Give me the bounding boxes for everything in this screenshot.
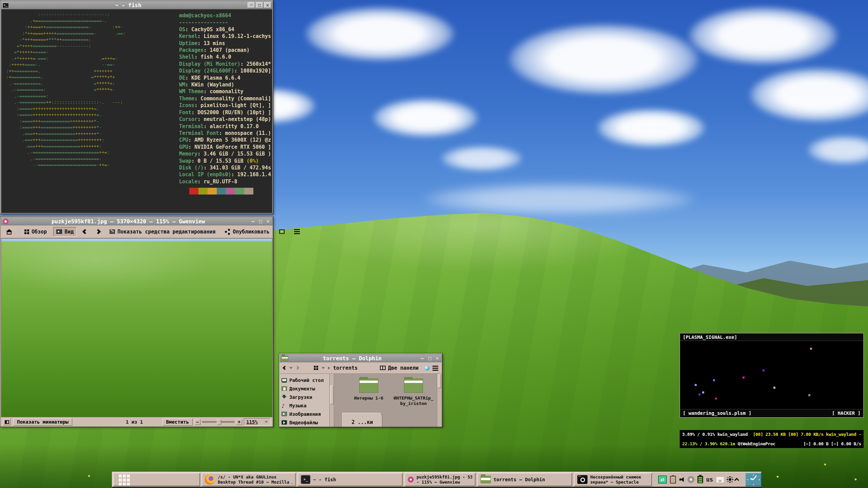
file-item[interactable]: Интерны 1-6: [346, 377, 391, 401]
breadcrumb[interactable]: torrents: [333, 365, 358, 371]
image-icon: [56, 229, 62, 234]
maximize-button[interactable]: □: [256, 2, 263, 8]
close-button[interactable]: ✕: [264, 2, 271, 8]
network-icon[interactable]: [716, 476, 724, 483]
minimize-button[interactable]: –: [419, 355, 426, 361]
app-launcher-button[interactable]: [113, 473, 200, 486]
place-item[interactable]: Музыка: [282, 401, 329, 410]
zoom-slider-handle[interactable]: [217, 419, 221, 425]
gwenview-window: puzkje595kf81.jpg – 5370×4320 – 115% — G…: [0, 216, 273, 427]
place-item[interactable]: Видеофайлы: [282, 418, 329, 427]
maximize-button[interactable]: □: [426, 355, 433, 361]
fetch-entries: OS: CachyOS x86_64Kernel: Linux 6.19.12-…: [179, 26, 272, 185]
ascii-art-line: .===+++==============+++++++:: [6, 143, 126, 150]
sidebar-toggle-button[interactable]: [3, 419, 11, 425]
previous-image-button[interactable]: [80, 228, 90, 235]
fetch-host: mdm@cachyos-x8664: [179, 12, 272, 19]
terminal-titlebar[interactable]: ~ - fish ─ □ ✕: [1, 1, 272, 9]
fullscreen-icon: [279, 229, 285, 234]
ascii-art-line: --------------------------:: [6, 12, 126, 18]
browse-tab[interactable]: Обзор: [21, 227, 50, 237]
terminal-output[interactable]: --------------------------: .+==========…: [1, 9, 272, 213]
share-button[interactable]: Опубликовать: [222, 227, 272, 237]
places-scrollbar[interactable]: [329, 374, 334, 427]
ascii-art-line: .-======================-++=:: [6, 162, 126, 168]
gwenview-toolbar: Обзор Вид Показать средства редактирован…: [1, 225, 272, 238]
terminal-window: ~ - fish ─ □ ✕ -------------------------…: [0, 0, 273, 214]
folder-scrollbar[interactable]: [437, 374, 442, 427]
view-mode-icon[interactable]: [314, 366, 315, 367]
close-button[interactable]: ✕: [434, 355, 441, 361]
close-button[interactable]: ✕: [265, 218, 271, 224]
sidebar-icon: [5, 420, 9, 424]
folder-icon: [359, 379, 378, 393]
ascii-art-line: :====+++===========+++++++++*-: [6, 118, 126, 125]
image-view[interactable]: [1, 238, 272, 417]
split-view-button[interactable]: Две панели: [377, 363, 422, 373]
place-label: Загрузки: [289, 394, 312, 400]
zoom-in-button[interactable]: +: [236, 419, 242, 425]
gwenview-icon: [408, 476, 414, 483]
view-tab[interactable]: Вид: [53, 227, 77, 237]
volume-icon[interactable]: [679, 476, 684, 483]
battery-icon[interactable]: [697, 476, 703, 483]
task-spectacle[interactable]: Несохранённый снимокэкрана* — Spectacle: [574, 473, 652, 486]
gwenview-window-icon: [3, 219, 8, 224]
monitor-row: 3.89% / 0.91% kwin_wayland[00] 23.50 KB …: [682, 432, 861, 437]
plasma-signal-titlebar[interactable]: [PLASMA_SIGNAL.exe]: [680, 333, 863, 341]
analog-clock[interactable]: [745, 473, 761, 486]
ascii-art-line: .-=========================++=:: [6, 149, 126, 156]
brightness-icon[interactable]: [729, 478, 731, 481]
task-fish[interactable]: ~ - fish: [297, 473, 403, 486]
show-thumbnails-button[interactable]: Показать миниатюры: [13, 418, 72, 426]
gwenview-titlebar[interactable]: puzkje595kf81.jpg – 5370×4320 – 115% — G…: [1, 217, 272, 225]
scrollbar-thumb[interactable]: [330, 385, 333, 404]
back-button[interactable]: [283, 366, 287, 370]
dolphin-titlebar[interactable]: torrents — Dolphin – □ ✕: [280, 354, 442, 362]
keyboard-layout-indicator[interactable]: us: [706, 476, 713, 483]
hamburger-icon: [294, 229, 300, 230]
next-image-button[interactable]: [93, 228, 103, 235]
back-history-arrow-icon[interactable]: [289, 367, 293, 369]
screen-capture-icon[interactable]: [658, 475, 667, 484]
search-icon[interactable]: [425, 366, 429, 370]
place-item[interactable]: Загрузки: [282, 393, 329, 401]
folder-view[interactable]: Интерны 1-6ИНТЕРНЫ_SATRip_ by_iriston 2 …: [334, 374, 437, 427]
fullscreen-button[interactable]: [276, 228, 288, 236]
place-item[interactable]: Изображения: [282, 410, 329, 418]
task-gwenview[interactable]: puzkje595kf81.jpg - 5370×4320- 115% — Gw…: [404, 473, 476, 486]
task-firefox[interactable]: /s/ - UN*X aka GNULinuxDesktop Thread #1…: [201, 473, 296, 486]
place-icon: [282, 420, 287, 425]
edit-tools-button[interactable]: Показать средства редактирования: [107, 227, 218, 237]
terminal-icon: [301, 475, 310, 484]
file-item[interactable]: ИНТЕРНЫ_SATRip_ by_iriston: [391, 377, 436, 406]
plasma-badge-label: [ HACKER ]: [832, 409, 861, 416]
zoom-level-combo[interactable]: 115%: [244, 418, 270, 426]
scrollbar-thumb[interactable]: [438, 374, 441, 388]
ascii-art-line: =*+++++=====-: [6, 49, 126, 56]
place-item[interactable]: Рабочий стол: [282, 376, 329, 384]
cloud: [424, 183, 695, 215]
minimize-button[interactable]: –: [250, 218, 256, 224]
view-mode-arrow-icon[interactable]: [322, 367, 325, 369]
media-player-icon[interactable]: [688, 476, 694, 483]
minimize-button[interactable]: ─: [248, 2, 255, 8]
desktop: ~ - fish ─ □ ✕ -------------------------…: [0, 0, 868, 488]
fetch-line: WM: KWin (Wayland): [179, 81, 272, 88]
tray-expander-chevron-icon[interactable]: [734, 478, 739, 483]
menu-button[interactable]: [291, 227, 303, 236]
forward-button[interactable]: [295, 366, 300, 370]
hamburger-icon[interactable]: [432, 366, 438, 367]
task-dolphin[interactable]: torrents — Dolphin: [477, 473, 572, 486]
ascii-art-line: .-==========. =*****+:: [6, 81, 126, 87]
zoom-out-button[interactable]: −: [194, 419, 200, 425]
clipboard-icon[interactable]: [670, 476, 676, 484]
fit-button[interactable]: Вместить: [162, 418, 193, 426]
maximize-button[interactable]: □: [257, 218, 264, 224]
zoom-slider[interactable]: [202, 421, 234, 423]
home-button[interactable]: [4, 227, 15, 236]
palette-swatch: [235, 188, 244, 195]
place-item[interactable]: Документы: [282, 384, 329, 393]
terminal-window-icon[interactable]: [2, 3, 8, 8]
split-view-icon: [380, 366, 386, 370]
